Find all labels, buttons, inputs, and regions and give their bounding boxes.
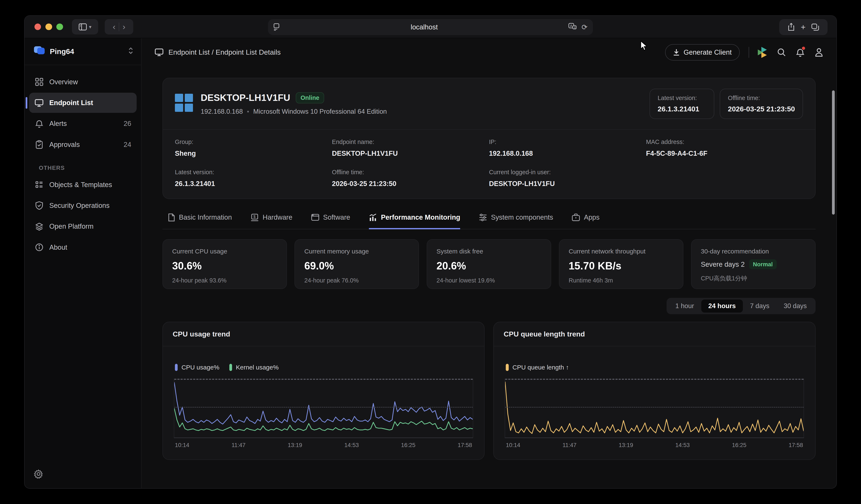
tab-software[interactable]: Software xyxy=(311,213,350,230)
search-icon[interactable] xyxy=(777,48,786,57)
sidebar-item-label: Security Operations xyxy=(49,202,110,209)
info-cell-ip: IP: 192.168.0.168 xyxy=(489,138,646,157)
sidebar-item-label: Objects & Templates xyxy=(49,181,112,189)
tab-apps[interactable]: Apps xyxy=(572,213,600,230)
page-format-icon[interactable] xyxy=(273,23,280,31)
share-icon[interactable] xyxy=(788,23,795,31)
file-icon xyxy=(168,213,175,221)
legend-label: CPU usage% xyxy=(181,364,219,371)
range-24-hours[interactable]: 24 hours xyxy=(701,300,743,313)
sidebar-item-open-platform[interactable]: Open Platform xyxy=(29,216,137,237)
breadcrumb[interactable]: Endpoint List / Endpoint List Details xyxy=(155,48,281,56)
sidebar-item-alerts[interactable]: Alerts 26 xyxy=(29,113,137,134)
download-icon xyxy=(673,49,680,56)
legend-swatch xyxy=(506,364,508,371)
tab-label: Software xyxy=(323,213,350,221)
back-button[interactable]: ‹ xyxy=(113,23,115,31)
screen: ▾ ‹ › localhost A xyxy=(0,0,861,504)
scrollbar-thumb[interactable] xyxy=(832,90,835,214)
sidebar-item-label: Endpoint List xyxy=(49,99,93,107)
sidebar: Ping64 xyxy=(25,38,141,488)
traffic-lights xyxy=(35,24,63,30)
tab-overview-icon[interactable] xyxy=(811,24,819,31)
info-cell-logged-in-user: Current logged-in user: DESKTOP-LH1V1FU xyxy=(489,169,646,188)
tab-label: System components xyxy=(491,213,553,221)
legend-kernel-usage[interactable]: Kernel usage% xyxy=(229,364,279,371)
brand-triangles-icon[interactable] xyxy=(758,47,767,58)
info-value: F4-5C-89-A4-C1-6F xyxy=(646,149,803,158)
sidebar-item-about[interactable]: About xyxy=(29,237,137,257)
monitor-icon xyxy=(35,98,44,107)
info-cell-endpoint-name: Endpoint name: DESKTOP-LH1V1FU xyxy=(332,138,489,157)
cpu-usage-plot[interactable] xyxy=(174,379,473,438)
window-icon xyxy=(311,214,319,221)
close-window-button[interactable] xyxy=(35,24,41,30)
zoom-window-button[interactable] xyxy=(56,24,63,30)
translate-icon[interactable]: A 文 xyxy=(569,22,577,32)
info-label: Latest version: xyxy=(175,169,332,176)
stat-title: Current network throughput xyxy=(569,248,673,255)
stat-sub: 24-hour peak 76.0% xyxy=(304,277,409,284)
stat-recommendation: 30-day recommendation Severe days 2 Norm… xyxy=(691,239,816,289)
main-content: Endpoint List / Endpoint List Details Ge… xyxy=(141,38,836,488)
minimize-window-button[interactable] xyxy=(45,24,52,30)
sidebar-item-label: Overview xyxy=(49,78,78,86)
sidebar-item-overview[interactable]: Overview xyxy=(29,72,137,92)
workspace-caret-icon[interactable] xyxy=(128,46,134,56)
legend-swatch xyxy=(229,364,232,371)
tab-basic-information[interactable]: Basic Information xyxy=(168,213,232,230)
range-1-hour[interactable]: 1 hour xyxy=(668,300,701,313)
x-tick: 13:19 xyxy=(619,442,633,449)
info-value: 26.1.3.21401 xyxy=(175,180,332,188)
url-text[interactable]: localhost xyxy=(280,23,569,31)
settings-gear-icon[interactable] xyxy=(34,469,43,481)
workspace-switcher[interactable]: Ping64 xyxy=(25,38,141,65)
stat-value: 20.6% xyxy=(436,260,541,272)
sliders-icon xyxy=(479,213,487,221)
tab-performance-monitoring[interactable]: Performance Monitoring xyxy=(369,213,460,230)
page-body: DESKTOP-LH1V1FU Online 192.168.0.168 Mic… xyxy=(141,78,836,460)
sidebar-item-label: Approvals xyxy=(49,140,80,149)
range-30-days[interactable]: 30 days xyxy=(777,300,814,313)
cpu-usage-trend-card: CPU usage trend CPU usage% Ke xyxy=(163,322,485,460)
url-bar[interactable]: localhost A 文 ⟳ xyxy=(268,19,593,35)
sidebar-toggle-icon xyxy=(79,23,87,30)
sidebar-toggle-button[interactable]: ▾ xyxy=(72,19,98,35)
x-tick: 14:53 xyxy=(675,442,690,449)
breadcrumb-text: Endpoint List / Endpoint List Details xyxy=(168,48,281,56)
stat-title: Current CPU usage xyxy=(172,248,277,255)
online-status-badge: Online xyxy=(296,92,324,104)
stat-sub: 24-hour peak 93.6% xyxy=(172,277,277,284)
reload-icon[interactable]: ⟳ xyxy=(582,23,588,31)
forward-button[interactable]: › xyxy=(123,23,125,31)
info-value: DESKTOP-LH1V1FU xyxy=(332,149,489,158)
tab-label: Performance Monitoring xyxy=(381,213,460,221)
x-tick: 16:25 xyxy=(401,442,415,449)
chart-legend: CPU queue length ↑ xyxy=(506,364,804,371)
dot-separator xyxy=(247,111,249,112)
header-divider xyxy=(749,47,749,58)
user-avatar-icon[interactable] xyxy=(815,48,823,57)
cpu-queue-plot[interactable] xyxy=(505,379,804,438)
generate-client-button[interactable]: Generate Client xyxy=(665,44,740,60)
sidebar-item-endpoint-list[interactable]: Endpoint List xyxy=(29,93,137,113)
chart-title: CPU usage trend xyxy=(163,322,484,346)
sidebar-item-label: About xyxy=(49,243,67,251)
legend-cpu-queue-length[interactable]: CPU queue length ↑ xyxy=(506,364,569,371)
mini-card-value: 26.1.3.21401 xyxy=(657,105,706,113)
new-tab-icon[interactable]: + xyxy=(801,23,806,32)
shield-check-icon xyxy=(35,201,44,210)
notifications-bell-icon[interactable] xyxy=(796,48,805,57)
sidebar-item-label: Alerts xyxy=(49,120,67,127)
layers-icon xyxy=(35,222,44,231)
mini-card-label: Latest version: xyxy=(657,95,706,101)
stat-network-throughput: Current network throughput 15.70 KB/s Ru… xyxy=(559,239,683,289)
sidebar-item-security-operations[interactable]: Security Operations xyxy=(29,195,137,216)
tab-hardware[interactable]: $ Hardware xyxy=(250,213,292,230)
sidebar-item-approvals[interactable]: Approvals 24 xyxy=(29,134,137,155)
legend-cpu-usage[interactable]: CPU usage% xyxy=(175,364,219,371)
info-label: IP: xyxy=(489,138,646,146)
tab-system-components[interactable]: System components xyxy=(479,213,553,230)
range-7-days[interactable]: 7 days xyxy=(743,300,777,313)
sidebar-item-objects-templates[interactable]: Objects & Templates xyxy=(29,175,137,195)
